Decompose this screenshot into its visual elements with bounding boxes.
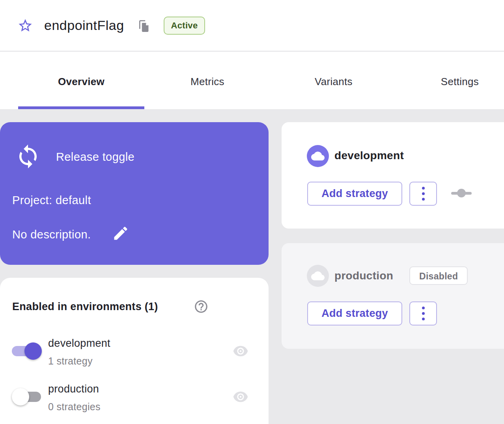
page-header: endpointFlag Active <box>0 0 504 51</box>
tab-metrics[interactable]: Metrics <box>144 52 271 109</box>
help-icon[interactable] <box>194 299 209 314</box>
edit-description-pencil-icon[interactable] <box>112 225 129 242</box>
visibility-eye-icon-production[interactable] <box>233 391 248 403</box>
copy-icon[interactable] <box>137 19 150 33</box>
env-strategies-production: 0 strategies <box>48 401 101 413</box>
env-strategies-development: 1 strategy <box>48 355 93 367</box>
strategy-env-title-production: production <box>334 270 393 282</box>
flag-type-label: Release toggle <box>56 151 134 164</box>
env-name-production: production <box>48 383 99 395</box>
cloud-icon-development <box>307 145 329 167</box>
overview-content: Release toggle Project: default No descr… <box>0 109 504 424</box>
visibility-eye-icon-development[interactable] <box>233 345 248 357</box>
tab-overview[interactable]: Overview <box>18 52 144 109</box>
enabled-environments-card: Enabled in environments (1) development … <box>0 278 269 424</box>
strategy-env-title-development: development <box>334 149 404 162</box>
description-label: No description. <box>12 228 91 241</box>
add-strategy-button-development[interactable]: Add strategy <box>307 182 402 206</box>
tab-settings[interactable]: Settings <box>397 52 504 109</box>
tab-bar: Overview Metrics Variants Settings <box>0 52 504 109</box>
more-options-kebab-icon-development[interactable] <box>409 182 437 206</box>
more-options-kebab-icon-production[interactable] <box>409 301 437 325</box>
disabled-badge: Disabled <box>409 266 468 285</box>
page-title: endpointFlag <box>44 18 124 33</box>
strategy-card-production: production Disabled Add strategy <box>282 243 504 349</box>
strategy-card-development: development Add strategy <box>282 122 504 229</box>
tab-variants[interactable]: Variants <box>271 52 397 109</box>
enabled-environments-title: Enabled in environments (1) <box>12 301 158 313</box>
add-strategy-button-production[interactable]: Add strategy <box>307 301 402 325</box>
env-name-development: development <box>48 337 110 350</box>
flag-type-card: Release toggle Project: default No descr… <box>0 122 269 265</box>
strategy-commit-icon[interactable] <box>451 188 472 199</box>
toggle-development[interactable] <box>12 342 42 360</box>
release-toggle-icon <box>15 143 41 169</box>
project-label: Project: default <box>12 194 91 207</box>
cloud-icon-production <box>307 265 329 287</box>
status-badge: Active <box>164 17 205 35</box>
active-tab-underline <box>18 106 144 109</box>
toggle-production[interactable] <box>12 388 42 405</box>
favorite-star-icon[interactable] <box>17 18 33 33</box>
